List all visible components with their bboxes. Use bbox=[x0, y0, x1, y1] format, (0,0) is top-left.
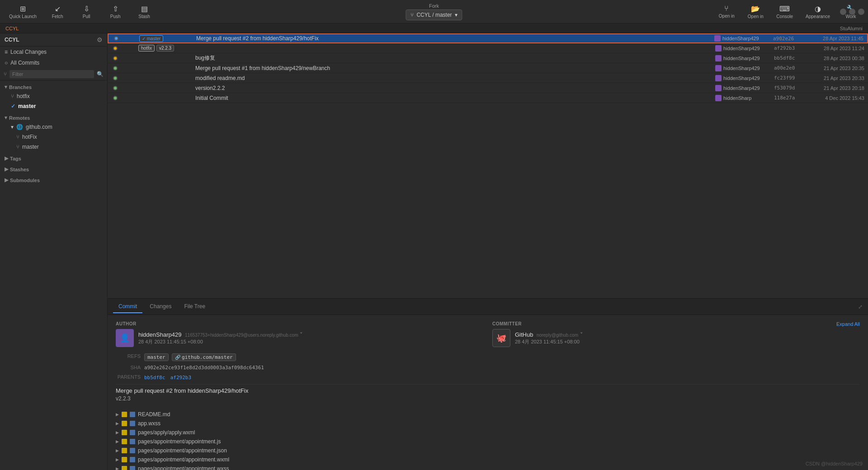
author-name: hiddenSharp429 bbox=[723, 85, 760, 91]
file-row[interactable]: ▶pages/appointment/appointment.wxml bbox=[116, 455, 860, 464]
filter-input[interactable] bbox=[9, 70, 94, 78]
fetch-icon: ↙ bbox=[55, 5, 61, 13]
commit-row[interactable]: hotfixv2.2.3hiddenSharp429af292b328 Apr … bbox=[108, 43, 868, 53]
file-row[interactable]: ▶README.md bbox=[116, 410, 860, 419]
sidebar-item-master[interactable]: ✓ master bbox=[0, 101, 107, 111]
file-expand-icon: ▶ bbox=[116, 430, 119, 435]
commit-message-title: Merge pull request #2 from hiddenSharp42… bbox=[116, 387, 860, 394]
console-button[interactable]: ⌨ Console bbox=[771, 3, 798, 21]
repo-branch-button[interactable]: ⑂ CCYL / master ▾ bbox=[406, 9, 462, 20]
quick-launch-label: Quick Launch bbox=[9, 14, 37, 19]
stashes-label: Stashes bbox=[10, 167, 29, 172]
pull-label: Pull bbox=[83, 14, 90, 19]
commit-graph-col bbox=[111, 83, 138, 93]
commit-graph-col bbox=[111, 43, 138, 53]
commit-date: 28 Apr 2023 11:24 bbox=[806, 46, 864, 51]
remotes-label: Remotes bbox=[9, 115, 30, 121]
file-row[interactable]: ▶app.wxss bbox=[116, 419, 860, 428]
committer-details: GitHub noreply@github.com ˅ 28 4月 2023 1… bbox=[515, 331, 583, 345]
tab-commit[interactable]: Commit bbox=[113, 301, 142, 313]
author-name: hiddenSharp bbox=[723, 95, 751, 101]
content-area: ✓ masterMerge pull request #2 from hidde… bbox=[108, 33, 868, 470]
ref-master: master bbox=[144, 353, 169, 361]
pull-button[interactable]: ⇩ Pull bbox=[73, 3, 100, 21]
author-name: hiddenSharp429 bbox=[723, 66, 760, 71]
branch-button[interactable]: ⑂ Open in bbox=[713, 3, 740, 20]
link-icon: 🔗 bbox=[175, 355, 180, 360]
file-row[interactable]: ▶pages/apply/apply.wxml bbox=[116, 428, 860, 437]
close-button[interactable]: ✕ bbox=[858, 9, 864, 15]
sha-label: SHA bbox=[116, 365, 141, 370]
file-row[interactable]: ▶pages/appointment/appointment.json bbox=[116, 446, 860, 455]
appearance-button[interactable]: ◑ Appearance bbox=[800, 3, 835, 21]
hotfix-label: hotfix bbox=[17, 93, 30, 99]
file-row[interactable]: ▶pages/appointment/appointment.js bbox=[116, 437, 860, 446]
version-tag: v2.2.3 bbox=[156, 45, 174, 52]
parent-1[interactable]: bb5df8c bbox=[144, 375, 165, 381]
app-title: Fork bbox=[429, 3, 439, 9]
author-name: hiddenSharp429 bbox=[723, 46, 760, 51]
commit-row[interactable]: ✓ masterMerge pull request #2 from hidde… bbox=[108, 33, 868, 43]
file-name: README.md bbox=[138, 411, 170, 418]
push-button[interactable]: ⇧ Push bbox=[102, 3, 129, 21]
commit-message: bug修复 bbox=[193, 54, 715, 62]
open-in-button[interactable]: 📂 Open in bbox=[742, 3, 769, 21]
sidebar-item-all-commits[interactable]: ○ All Commits bbox=[0, 57, 107, 68]
parents-values: bb5df8c af292b3 bbox=[144, 374, 195, 381]
file-row[interactable]: ▶pages/appointment/appointment.wxss bbox=[116, 464, 860, 470]
sidebar-section-submodules[interactable]: ▶ Submodules bbox=[0, 174, 107, 184]
commit-dot bbox=[114, 36, 118, 41]
open-in-icon: 📂 bbox=[751, 5, 760, 13]
sidebar-item-github-com[interactable]: ▾ 🌐 github.com bbox=[0, 122, 107, 132]
commit-author: hiddenSharp429 bbox=[715, 85, 774, 91]
commit-message: Merge pull request #1 from hiddenSharp42… bbox=[193, 65, 715, 71]
commit-row[interactable]: bug修复hiddenSharp429bb5df8c28 Apr 2023 00… bbox=[108, 53, 868, 63]
file-expand-icon: ▶ bbox=[116, 439, 119, 444]
main-layout: CCYL ⚙ ≡ Local Changes ○ All Commits ⑂ 🔍… bbox=[0, 33, 868, 470]
maximize-button[interactable]: □ bbox=[849, 9, 855, 15]
sidebar-section-branches[interactable]: ▾ Branches bbox=[0, 80, 107, 91]
sidebar-section-stashes[interactable]: ▶ Stashes bbox=[0, 163, 107, 174]
tab-changes[interactable]: Changes bbox=[144, 301, 177, 313]
sidebar-actions: ⚙ bbox=[97, 36, 103, 43]
sidebar-item-local-changes[interactable]: ≡ Local Changes bbox=[0, 47, 107, 57]
refs-values: master 🔗github.com/master bbox=[144, 353, 238, 361]
parent-2[interactable]: af292b3 bbox=[170, 375, 191, 381]
sidebar-item-hotfix-remote[interactable]: ⑂ hotFix bbox=[0, 132, 107, 142]
quick-launch-button[interactable]: ⊞ Quick Launch bbox=[4, 3, 42, 21]
local-changes-label: Local Changes bbox=[10, 49, 47, 55]
repo-bar-title: CCYL bbox=[5, 26, 19, 31]
sha-row: SHA a902e262ce93f1e8d2d3dd0003a3af098dc6… bbox=[116, 365, 860, 371]
stash-label: Stash bbox=[138, 14, 150, 19]
expand-icon[interactable]: ⤢ bbox=[858, 304, 863, 310]
author-avatar: 👤 bbox=[116, 329, 134, 347]
commit-list: ✓ masterMerge pull request #2 from hidde… bbox=[108, 33, 868, 103]
commit-row[interactable]: Merge pull request #1 from hiddenSharp42… bbox=[108, 63, 868, 73]
committer-name: GitHub noreply@github.com ˅ bbox=[515, 331, 583, 338]
commit-hash: bb5df8c bbox=[774, 55, 806, 61]
commit-row[interactable]: Initial CommithiddenSharp118e27a4 Dec 20… bbox=[108, 93, 868, 103]
commit-hash: a902e26 bbox=[773, 36, 805, 42]
file-name: app.wxss bbox=[138, 420, 160, 427]
sidebar-settings-button[interactable]: ⚙ bbox=[97, 36, 103, 43]
tab-file-tree[interactable]: File Tree bbox=[179, 301, 211, 313]
file-name: pages/apply/apply.wxml bbox=[138, 429, 195, 436]
commit-date: 21 Apr 2023 20:35 bbox=[806, 66, 864, 71]
commit-row[interactable]: modified readme.mdhiddenSharp429fc23f992… bbox=[108, 73, 868, 83]
search-icon[interactable]: 🔍 bbox=[97, 71, 104, 77]
sidebar-item-hotfix[interactable]: ⑂ hotfix bbox=[0, 91, 107, 101]
stash-button[interactable]: ▤ Stash bbox=[131, 3, 158, 21]
minimize-button[interactable]: ─ bbox=[840, 9, 846, 15]
branch-dropdown-icon: ▾ bbox=[455, 12, 458, 18]
remotes-chevron-icon: ▾ bbox=[5, 115, 7, 121]
sidebar-item-master-remote[interactable]: ⑂ master bbox=[0, 142, 107, 152]
sidebar-section-tags[interactable]: ▶ Tags bbox=[0, 152, 107, 163]
refs-row: REFS master 🔗github.com/master bbox=[116, 353, 860, 361]
sidebar-section-remotes[interactable]: ▾ Remotes bbox=[0, 111, 107, 122]
pull-icon: ⇩ bbox=[84, 5, 90, 13]
title-bar-center: Fork ⑂ CCYL / master ▾ bbox=[406, 3, 462, 20]
fetch-label: Fetch bbox=[52, 14, 63, 19]
commit-row[interactable]: version2.2.2hiddenSharp429f53079d21 Apr … bbox=[108, 83, 868, 93]
fetch-button[interactable]: ↙ Fetch bbox=[44, 3, 71, 21]
expand-all-button[interactable]: Expand All bbox=[836, 321, 860, 327]
